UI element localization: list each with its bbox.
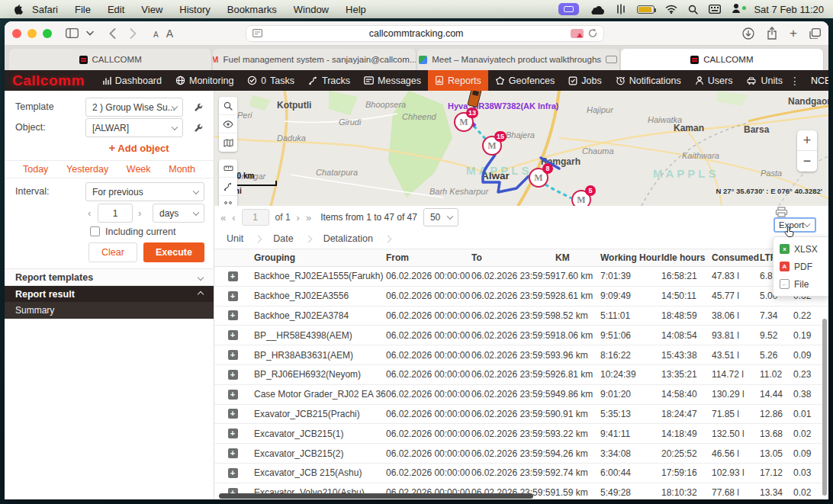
expand-row-button[interactable]: + <box>228 330 238 340</box>
table-row[interactable]: + Backhoe_RJ02EA3556 06.02.2026 00:00:00… <box>214 287 828 307</box>
report-templates-section[interactable]: Report templates <box>5 268 214 286</box>
wifi-icon[interactable] <box>665 5 677 14</box>
input-source-icon[interactable] <box>709 5 721 14</box>
tab-fuel-management[interactable]: MFuel management system - sanjayjain@cal… <box>213 49 416 70</box>
nav-dashboard[interactable]: Dashboard <box>95 70 169 91</box>
nav-messages[interactable]: Messages <box>357 70 428 91</box>
zoom-out-button[interactable]: − <box>797 151 817 172</box>
nav-overflow-menu[interactable]: ⋮ <box>790 75 800 87</box>
map-search-icon[interactable] <box>219 97 237 115</box>
nav-tasks[interactable]: 0Tasks <box>240 70 301 91</box>
menubar-item[interactable]: Safari <box>32 4 58 15</box>
audio-midi-icon[interactable] <box>616 4 626 14</box>
zoom-in-button[interactable]: + <box>797 130 817 151</box>
unit-track-label[interactable]: Hyva_HR38W7382(AK Infra) <box>448 101 559 111</box>
first-page-button[interactable]: « <box>220 212 226 223</box>
nav-reports[interactable]: Reports <box>428 70 488 91</box>
nav-users[interactable]: Users <box>688 70 740 91</box>
page-number-input[interactable]: 1 <box>242 209 269 226</box>
template-settings-wrench-icon[interactable] <box>191 100 206 115</box>
tab-meet[interactable]: Meet – Manaviyatech product walkthroughs <box>417 49 620 70</box>
map-track-player-icon[interactable] <box>219 178 237 196</box>
expand-row-button[interactable]: + <box>228 310 238 320</box>
crumb-unit[interactable]: Unit <box>222 233 248 244</box>
battery-indicator[interactable] <box>637 5 654 14</box>
interval-select[interactable]: For previous <box>85 182 204 201</box>
summary-item[interactable]: Summary <box>5 302 214 319</box>
expand-row-button[interactable]: + <box>228 468 238 478</box>
tab-overview-icon[interactable] <box>809 28 821 39</box>
back-button[interactable] <box>109 28 116 39</box>
range-today[interactable]: Today <box>23 164 48 175</box>
export-file-item[interactable]: ←File <box>774 275 828 293</box>
col-consumed[interactable]: Consumed <box>712 252 760 263</box>
nav-notifications[interactable]: Notifications <box>609 70 688 91</box>
reload-icon[interactable] <box>588 28 597 38</box>
table-row[interactable]: + Case Motor Grader_RJ02 EA 3689 06.02.2… <box>214 385 828 405</box>
interval-unit-select[interactable]: days <box>153 204 204 223</box>
expand-row-button[interactable]: + <box>228 370 238 380</box>
map-visibility-eye-icon[interactable] <box>219 115 237 133</box>
last-page-button[interactable]: » <box>306 212 311 223</box>
col-grouping[interactable]: Grouping <box>254 252 386 263</box>
menubar-item[interactable]: Help <box>346 4 366 15</box>
menubar-item[interactable]: View <box>141 4 162 15</box>
table-row[interactable]: + Excavator_JCB 215(Ashu) 06.02.2026 00:… <box>214 464 828 483</box>
expand-row-button[interactable]: + <box>228 390 238 400</box>
interval-decrement-button[interactable]: ‹ <box>88 207 91 219</box>
table-row[interactable]: + Exavator_JCB215(Prachi) 06.02.2026 00:… <box>214 405 828 425</box>
cloud-icon[interactable] <box>590 5 605 14</box>
menubar-clock[interactable]: Sat 7 Feb 11:20 <box>754 4 824 15</box>
menubar-item[interactable]: File <box>75 4 91 15</box>
page-size-select[interactable]: 50 <box>423 208 458 226</box>
including-current-checkbox[interactable] <box>90 226 100 236</box>
export-xlsx-item[interactable]: xXLSX <box>774 240 828 258</box>
next-page-button[interactable]: › <box>297 212 300 223</box>
table-row[interactable]: + BP_RJ06EH6932(Neyom) 06.02.2026 00:00:… <box>214 365 828 385</box>
interval-increment-button[interactable]: › <box>138 207 141 219</box>
map-unit-marker[interactable]: M5 <box>571 190 591 206</box>
col-from[interactable]: From <box>386 252 471 263</box>
clear-button[interactable]: Clear <box>88 242 137 262</box>
new-tab-button[interactable]: + <box>790 27 797 40</box>
tab-callcomm-active[interactable]: CALLCOMM <box>621 49 824 70</box>
forward-button[interactable] <box>130 28 137 39</box>
nav-geofences[interactable]: Geofences <box>488 70 561 91</box>
user-switcher-icon[interactable] <box>732 3 743 16</box>
table-row[interactable]: + BP__HR58E4398(AEM) 06.02.2026 00:00:00… <box>214 326 828 345</box>
expand-row-button[interactable]: + <box>228 350 238 360</box>
map-layers-icon[interactable] <box>219 133 237 152</box>
expand-row-button[interactable]: + <box>228 409 238 419</box>
tab-screensharing-icon[interactable] <box>571 29 584 38</box>
map-canvas[interactable]: PeriKotputliBhoopseraChheendGirudiDaduka… <box>214 91 828 206</box>
page-settings-icon[interactable] <box>252 29 262 37</box>
map-unit-marker[interactable]: M8 <box>529 168 548 188</box>
account-name[interactable]: NCEPL <box>811 75 828 86</box>
report-result-section[interactable]: Report result <box>5 286 214 302</box>
col-to[interactable]: To <box>471 252 555 263</box>
range-month[interactable]: Month <box>169 164 195 175</box>
menubar-item[interactable]: Bookmarks <box>227 4 277 15</box>
vertical-scrollbar[interactable] <box>822 319 827 496</box>
nav-tracks[interactable]: Tracks <box>301 70 357 91</box>
crumb-date[interactable]: Date <box>269 233 298 244</box>
apple-menu-icon[interactable] <box>14 4 24 15</box>
object-settings-wrench-icon[interactable] <box>191 120 206 136</box>
crumb-detalization[interactable]: Detalization <box>319 233 378 244</box>
table-row[interactable]: + Backhoe_RJ02EA1555(Farukh) 06.02.2026 … <box>214 267 828 287</box>
minimize-window-button[interactable] <box>27 29 37 38</box>
add-object-button[interactable]: + Add object <box>85 141 192 154</box>
menubar-item[interactable]: Edit <box>108 4 124 15</box>
menubar-item[interactable]: History <box>179 4 210 15</box>
template-select[interactable]: 2 ) Group Wise Su... <box>85 98 183 117</box>
export-pdf-item[interactable]: APDF <box>774 258 828 275</box>
col-idle-hours[interactable]: Idle hours <box>661 252 712 263</box>
expand-row-button[interactable]: + <box>228 448 238 458</box>
address-bar[interactable]: callcommtracking.com <box>246 25 604 42</box>
interval-count-input[interactable]: 1 <box>98 204 133 223</box>
range-week[interactable]: Week <box>127 164 151 175</box>
map-unit-marker[interactable]: M13 <box>454 112 474 132</box>
callcomm-logo[interactable]: Callcomm <box>5 70 95 91</box>
map-unit-marker[interactable]: M15 <box>482 136 502 156</box>
text-size-controls[interactable]: AA <box>153 27 173 40</box>
